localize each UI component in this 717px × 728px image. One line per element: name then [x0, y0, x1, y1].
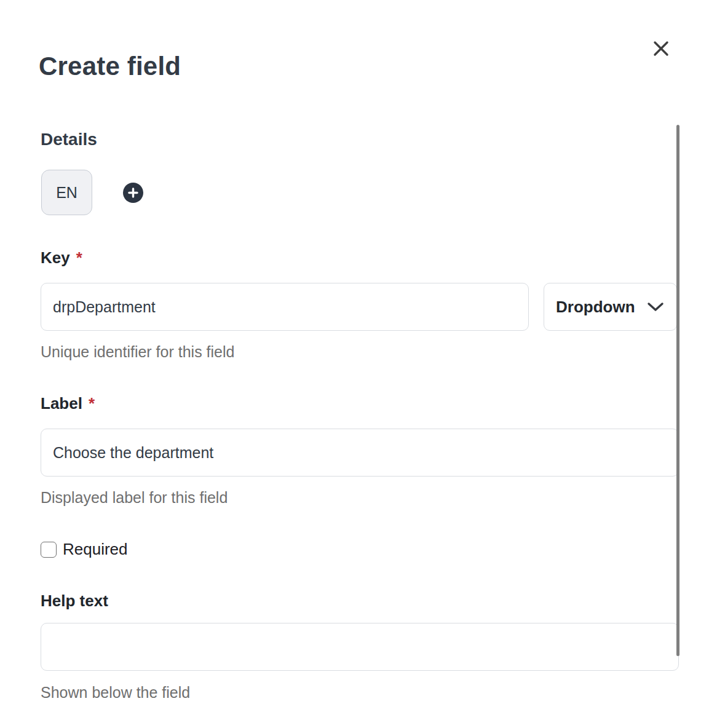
- vertical-scrollbar-thumb[interactable]: [676, 125, 679, 656]
- plus-icon: [127, 187, 139, 199]
- label-input[interactable]: [41, 429, 679, 477]
- required-checkbox[interactable]: [41, 542, 57, 558]
- key-field-label-text: Key: [41, 248, 70, 267]
- required-asterisk: *: [76, 248, 82, 267]
- key-field-label: Key*: [41, 248, 82, 267]
- field-type-select-value: Dropdown: [556, 298, 635, 317]
- create-field-modal: Create field Details EN Key* Dropdown Un…: [0, 0, 717, 728]
- language-tab-label: EN: [56, 184, 77, 202]
- page-title: Create field: [39, 52, 181, 81]
- details-section-heading: Details: [41, 130, 97, 149]
- required-checkbox-row[interactable]: Required: [41, 540, 128, 559]
- key-input[interactable]: [41, 283, 529, 331]
- help-text-field-label-text: Help text: [41, 592, 108, 610]
- required-checkbox-label: Required: [63, 540, 128, 559]
- help-text-helper-text: Shown below the field: [41, 684, 190, 702]
- chevron-down-icon: [646, 301, 665, 312]
- required-asterisk: *: [89, 394, 95, 413]
- label-field-label-text: Label: [41, 394, 82, 413]
- key-helper-text: Unique identifier for this field: [41, 343, 234, 361]
- close-button[interactable]: [649, 36, 673, 61]
- label-field-label: Label*: [41, 394, 95, 413]
- field-type-select[interactable]: Dropdown: [544, 283, 677, 331]
- close-icon: [651, 38, 671, 59]
- language-tab-en[interactable]: EN: [41, 170, 92, 215]
- help-text-field-label: Help text: [41, 592, 108, 611]
- label-helper-text: Displayed label for this field: [41, 489, 228, 507]
- help-text-input[interactable]: [41, 623, 679, 671]
- add-language-button[interactable]: [123, 183, 143, 203]
